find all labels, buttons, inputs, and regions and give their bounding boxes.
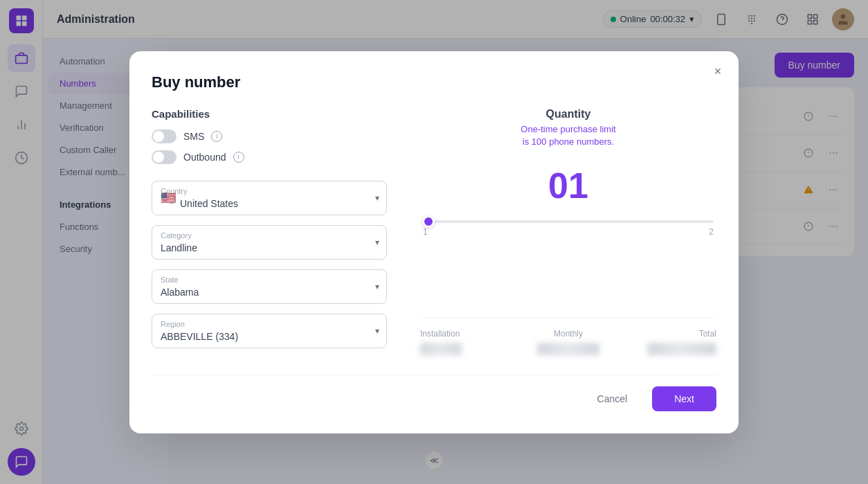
quantity-value: 01	[420, 165, 716, 206]
capability-outbound: Outbound i	[152, 150, 387, 164]
monthly-label: Monthly	[519, 329, 618, 339]
region-select[interactable]: ABBEVILLE (334) ALABASTER (205) ALBERTVI…	[152, 314, 386, 348]
region-wrapper: Region ABBEVILLE (334) ALABASTER (205) A…	[152, 314, 387, 348]
outbound-info-icon[interactable]: i	[233, 152, 244, 163]
next-button[interactable]: Next	[652, 386, 716, 411]
slider-max-label: 2	[709, 227, 714, 237]
modal-right-panel: Quantity One-time purchase limit is 100 …	[420, 108, 716, 358]
sms-info-icon[interactable]: i	[211, 131, 222, 142]
installation-label: Installation	[420, 329, 519, 339]
outbound-label: Outbound	[183, 152, 226, 163]
sms-toggle[interactable]	[152, 129, 177, 143]
state-select[interactable]: Alabama Alaska Arizona California	[152, 270, 386, 303]
category-wrapper: Category Landline Mobile Toll-free ▾	[152, 225, 387, 260]
total-value	[647, 343, 716, 355]
outbound-toggle-thumb	[153, 152, 164, 163]
installation-value	[420, 343, 462, 355]
quantity-subtitle: One-time purchase limit is 100 phone num…	[420, 123, 716, 148]
state-field: State Alabama Alaska Arizona California …	[152, 269, 387, 304]
sms-toggle-thumb	[153, 131, 164, 142]
modal-footer: Cancel Next	[152, 375, 716, 411]
capabilities-title: Capabilities	[152, 108, 387, 120]
modal-close-button[interactable]: ×	[708, 62, 727, 82]
capability-sms: SMS i	[152, 129, 387, 143]
slider-labels: 1 2	[423, 227, 714, 237]
country-select[interactable]: United States United Kingdom Canada Aust…	[152, 181, 386, 215]
installation-col: Installation	[420, 329, 519, 358]
country-field: Country 🇺🇸 United States United Kingdom …	[152, 181, 387, 215]
modal-overlay[interactable]: × Buy number Capabilities SMS i	[0, 0, 868, 484]
total-label: Total	[617, 329, 716, 339]
pricing-section: Installation Monthly Total	[420, 317, 716, 358]
region-field: Region ABBEVILLE (334) ALABASTER (205) A…	[152, 314, 387, 348]
total-col: Total	[617, 329, 716, 358]
cancel-button[interactable]: Cancel	[581, 386, 644, 411]
quantity-title: Quantity	[420, 108, 716, 120]
country-label: Country	[161, 187, 188, 195]
slider-track	[423, 220, 714, 223]
state-label: State	[161, 276, 179, 284]
category-label: Category	[161, 231, 192, 240]
modal-left-panel: Capabilities SMS i Outbound i	[152, 108, 387, 358]
category-field: Category Landline Mobile Toll-free ▾	[152, 225, 387, 260]
modal-body: Capabilities SMS i Outbound i	[152, 108, 716, 358]
outbound-toggle[interactable]	[152, 150, 177, 164]
monthly-value	[537, 343, 599, 355]
modal-title: Buy number	[152, 73, 716, 91]
buy-number-modal: × Buy number Capabilities SMS i	[129, 51, 739, 433]
country-wrapper: Country 🇺🇸 United States United Kingdom …	[152, 181, 387, 215]
monthly-col: Monthly	[519, 329, 618, 358]
slider-min-label: 1	[423, 227, 428, 237]
slider-thumb[interactable]	[422, 215, 435, 228]
region-label: Region	[161, 320, 185, 328]
quantity-slider-container: 1 2	[420, 220, 716, 237]
pricing-columns: Installation Monthly Total	[420, 329, 716, 358]
sms-label: SMS	[183, 131, 204, 142]
capabilities-section: Capabilities SMS i Outbound i	[152, 108, 387, 164]
quantity-section: Quantity One-time purchase limit is 100 …	[420, 108, 716, 306]
state-wrapper: State Alabama Alaska Arizona California …	[152, 269, 387, 304]
